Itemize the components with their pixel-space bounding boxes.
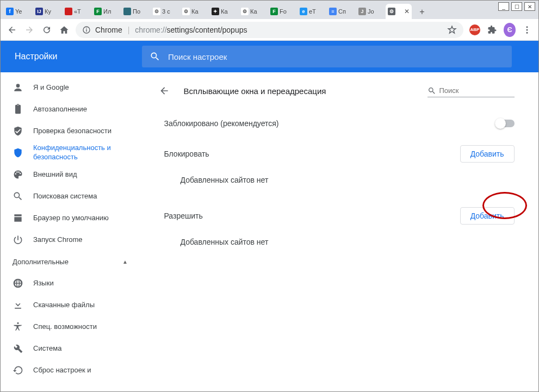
sidebar-advanced-label: Дополнительные: [13, 258, 69, 266]
tab-favicon: ≡: [329, 8, 337, 15]
settings-search[interactable]: [142, 46, 512, 67]
bookmark-star-icon[interactable]: [447, 25, 457, 35]
browser-tab[interactable]: ⚙✕: [386, 4, 412, 19]
browser-tab[interactable]: ≡Сп: [327, 4, 355, 19]
sidebar-item-label: Сброс настроек и: [33, 366, 91, 375]
tab-strip: fYeIJКу«ТFИлПо⚙3 с⚙Ка✦Ка⚙КаFFoeeT≡СпJJo⚙…: [1, 1, 538, 19]
window-close-button[interactable]: ✕: [524, 2, 535, 11]
sidebar-item[interactable]: Скачанные файлы: [1, 294, 140, 316]
sidebar-item[interactable]: Внешний вид: [1, 164, 140, 185]
sidebar-item-label: Запуск Chrome: [33, 235, 83, 245]
sidebar-item-label: Спец. возможности: [33, 322, 97, 332]
tab-favicon: ⚙: [182, 8, 190, 15]
sidebar-item[interactable]: Спец. возможности: [1, 316, 140, 338]
tab-favicon: F: [270, 8, 278, 15]
sidebar-item[interactable]: Конфиденциальность и безопасность: [1, 142, 140, 164]
sidebar-item[interactable]: Языки: [1, 272, 140, 294]
browser-tab[interactable]: ⚙Ка: [180, 4, 208, 19]
allow-section-header: Разрешить Добавить: [154, 200, 524, 232]
tab-favicon: [65, 8, 72, 15]
tab-title: Ка: [250, 8, 257, 15]
blocked-toggle-label: Заблокировано (рекомендуется): [164, 119, 496, 128]
settings-search-input[interactable]: [168, 52, 504, 61]
search-icon: [150, 51, 160, 62]
extensions-puzzle-icon[interactable]: [486, 24, 498, 36]
forward-button[interactable]: [23, 24, 35, 36]
sidebar-item[interactable]: Проверка безопасности: [1, 120, 140, 142]
browser-tab[interactable]: ✦Ка: [209, 4, 238, 19]
tab-close-icon[interactable]: ✕: [404, 8, 410, 15]
tab-title: По: [133, 8, 140, 15]
sidebar-item-label: Браузер по умолчанию: [33, 214, 109, 223]
settings-title: Настройки: [1, 52, 142, 61]
svg-rect-2: [86, 28, 86, 28]
browser-tab[interactable]: «Т: [63, 4, 91, 19]
abp-extension-icon[interactable]: ABP: [469, 24, 481, 36]
browser-tab[interactable]: fYe: [4, 4, 32, 19]
clipboard-icon: [13, 104, 23, 115]
svg-point-3: [526, 26, 528, 28]
address-bar[interactable]: Chrome | chrome://settings/content/popup…: [76, 22, 463, 38]
sidebar-advanced-toggle[interactable]: Дополнительные ▲: [1, 251, 140, 272]
shield-check-icon: [13, 126, 23, 136]
sidebar-item-label: Внешний вид: [33, 170, 77, 179]
settings-sidebar[interactable]: Я и GoogleАвтозаполнениеПроверка безопас…: [1, 72, 140, 391]
browser-tab[interactable]: ⚙Ка: [239, 4, 267, 19]
address-text: Chrome | chrome://settings/content/popup…: [95, 26, 247, 34]
person-icon: [13, 82, 23, 93]
sidebar-item[interactable]: Система: [1, 338, 140, 359]
page-search-input[interactable]: [439, 84, 515, 97]
tab-favicon: e: [300, 8, 307, 15]
window-maximize-button[interactable]: ☐: [511, 2, 522, 11]
browser-tab[interactable]: FИл: [92, 4, 120, 19]
block-section-empty: Добавленных сайтов нет: [154, 170, 524, 200]
reload-button[interactable]: [41, 24, 53, 36]
page-back-button[interactable]: [156, 82, 173, 99]
tab-title: Fo: [280, 8, 287, 15]
window-icon: [13, 213, 23, 223]
block-add-button[interactable]: Добавить: [460, 145, 515, 163]
settings-page: Настройки Я и GoogleАвтозаполнениеПровер…: [1, 41, 538, 391]
window-controls: _ ☐ ✕: [498, 2, 535, 11]
block-section-header: Блокировать Добавить: [154, 138, 524, 170]
chrome-menu-button[interactable]: [521, 24, 533, 36]
site-info-icon[interactable]: [82, 26, 91, 34]
tab-favicon: ⚙: [388, 8, 395, 15]
settings-main: Всплывающие окна и переадресация Заблоки…: [140, 72, 538, 391]
window-minimize-button[interactable]: _: [498, 2, 509, 11]
allow-add-button[interactable]: Добавить: [460, 207, 515, 225]
block-section-label: Блокировать: [164, 150, 460, 158]
home-button[interactable]: [58, 24, 70, 36]
tab-title: eT: [309, 8, 316, 15]
search-icon: [13, 191, 23, 202]
sidebar-item[interactable]: Поисковая система: [1, 185, 140, 207]
tab-favicon: ⚙: [241, 8, 249, 15]
allow-section-label: Разрешить: [164, 211, 460, 220]
back-button[interactable]: [6, 24, 18, 36]
sidebar-item[interactable]: Запуск Chrome: [1, 229, 140, 251]
allow-section-empty: Добавленных сайтов нет: [154, 232, 524, 262]
new-tab-button[interactable]: +: [415, 5, 429, 19]
browser-tab[interactable]: IJКу: [33, 4, 61, 19]
sidebar-item-label: Скачанные файлы: [33, 301, 95, 310]
page-search[interactable]: [428, 84, 515, 97]
browser-tab[interactable]: ⚙3 с: [151, 4, 179, 19]
profile-avatar[interactable]: Є: [504, 24, 516, 36]
tab-title: Ка: [221, 8, 228, 15]
tab-favicon: ✦: [212, 8, 219, 15]
tab-title: Ил: [103, 8, 111, 15]
sidebar-item[interactable]: Я и Google: [1, 77, 140, 98]
sidebar-item[interactable]: Автозаполнение: [1, 98, 140, 120]
blocked-toggle[interactable]: [496, 120, 515, 127]
tab-title: «Т: [74, 8, 81, 15]
browser-tab[interactable]: JJo: [356, 4, 385, 19]
tab-title: Jo: [368, 8, 374, 15]
svg-rect-1: [86, 29, 86, 32]
browser-tab[interactable]: FFo: [268, 4, 296, 19]
sidebar-item-label: Языки: [33, 279, 54, 288]
browser-tab[interactable]: eeT: [298, 4, 326, 19]
sidebar-item[interactable]: Сброс настроек и: [1, 359, 140, 381]
page-title: Всплывающие окна и переадресация: [184, 86, 417, 96]
sidebar-item[interactable]: Браузер по умолчанию: [1, 207, 140, 229]
browser-tab[interactable]: По: [121, 4, 150, 19]
